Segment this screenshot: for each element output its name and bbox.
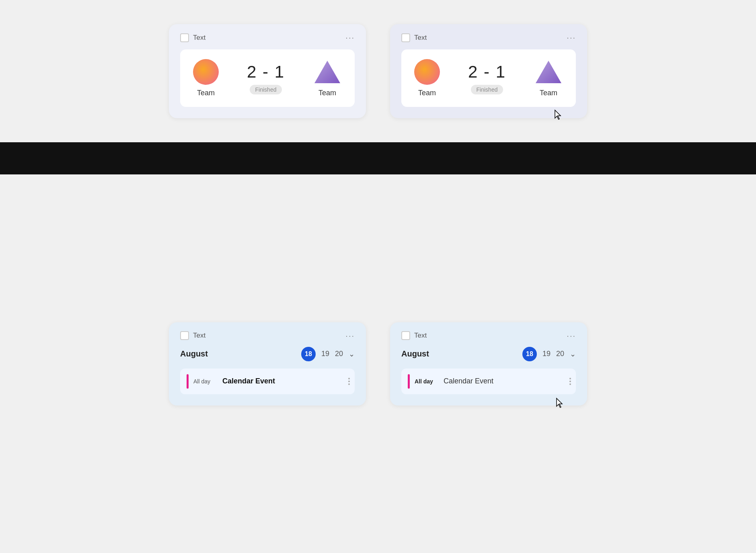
cal-day2-2[interactable]: 19 [542,350,551,358]
team-block-right-2: Team [534,59,563,97]
team-circle-icon-2 [414,59,440,85]
event-name-1: Calendar Event [222,377,275,385]
team-triangle-icon-2 [534,59,563,85]
team-label-left-1: Team [197,89,215,97]
team-block-left-2: Team [414,59,440,97]
event-dot-5 [569,381,571,382]
cal-title-1: Text [193,332,205,340]
cal-header-left-1: Text [180,331,205,340]
card-header-2: Text ··· [401,33,576,42]
card-menu-2[interactable]: ··· [567,33,576,42]
event-name-2: Calendar Event [444,377,493,385]
team-block-right-1: Team [313,59,342,97]
score-number-2: 2 - 1 [468,62,506,82]
card-title-1: Text [193,34,205,42]
cal-menu-2[interactable]: ··· [567,331,576,340]
card-title-2: Text [414,34,427,42]
cal-header-1: Text ··· [180,331,355,340]
chevron-down-icon-2[interactable]: ⌄ [570,350,576,358]
finished-badge-2: Finished [471,85,503,94]
card-menu-1[interactable]: ··· [345,33,355,42]
cal-month-2: August [401,349,517,358]
cal-event-2: All day Calendar Event [401,369,576,394]
event-dot-4 [569,378,571,379]
card-checkbox-2[interactable] [401,33,410,42]
cal-dates-row-1: August 18 19 20 ⌄ [180,347,355,361]
event-dot-3 [348,383,350,385]
cal-dates-row-2: August 18 19 20 ⌄ [401,347,576,361]
score-center-2: 2 - 1 Finished [468,62,506,94]
event-bar-2 [408,374,410,389]
cal-header-2: Text ··· [401,331,576,340]
score-content-2: Team 2 - 1 Finished [401,49,576,107]
cal-checkbox-1[interactable] [180,331,189,340]
svg-marker-1 [536,61,561,83]
divider-bar [0,142,756,174]
cal-header-left-2: Text [401,331,427,340]
event-allday-1: All day [193,378,218,385]
cal-card-1: Text ··· August 18 19 20 ⌄ All day Calen… [169,322,366,406]
team-label-right-1: Team [318,89,336,97]
event-bar-1 [187,374,189,389]
score-center-1: 2 - 1 Finished [247,62,285,94]
cal-checkbox-2[interactable] [401,331,410,340]
finished-badge-1: Finished [250,85,282,94]
cal-title-2: Text [414,332,427,340]
team-triangle-icon-1 [313,59,342,85]
team-label-left-2: Team [418,89,436,97]
event-dot-2 [348,381,350,382]
team-block-left-1: Team [193,59,219,97]
cal-event-1: All day Calendar Event [180,369,355,394]
card-header-left-1: Text [180,33,205,42]
card-header-left-2: Text [401,33,427,42]
score-content-1: Team 2 - 1 Finished [180,49,355,107]
event-menu-dots-2[interactable] [569,378,571,385]
chevron-down-icon-1[interactable]: ⌄ [349,350,355,358]
cal-day-active-2[interactable]: 18 [522,347,537,361]
svg-marker-0 [314,61,340,83]
cal-menu-1[interactable]: ··· [345,331,355,340]
cal-day2-1[interactable]: 19 [321,350,329,358]
team-label-right-2: Team [540,89,557,97]
team-circle-icon-1 [193,59,219,85]
cal-card-2: Text ··· August 18 19 20 ⌄ All day Calen… [390,322,587,406]
event-dot-6 [569,383,571,385]
cal-day3-1[interactable]: 20 [335,350,343,358]
score-card-1: Text ··· Team 2 - 1 Finished [169,24,366,118]
event-dot-1 [348,378,350,379]
card-checkbox-1[interactable] [180,33,189,42]
card-header-1: Text ··· [180,33,355,42]
score-number-1: 2 - 1 [247,62,285,82]
event-menu-dots-1[interactable] [348,378,350,385]
score-card-2: Text ··· Team 2 - 1 Finished [390,24,587,118]
cal-day-active-1[interactable]: 18 [301,347,316,361]
event-allday-2: All day [415,378,439,385]
cal-month-1: August [180,349,296,358]
cal-day3-2[interactable]: 20 [556,350,564,358]
